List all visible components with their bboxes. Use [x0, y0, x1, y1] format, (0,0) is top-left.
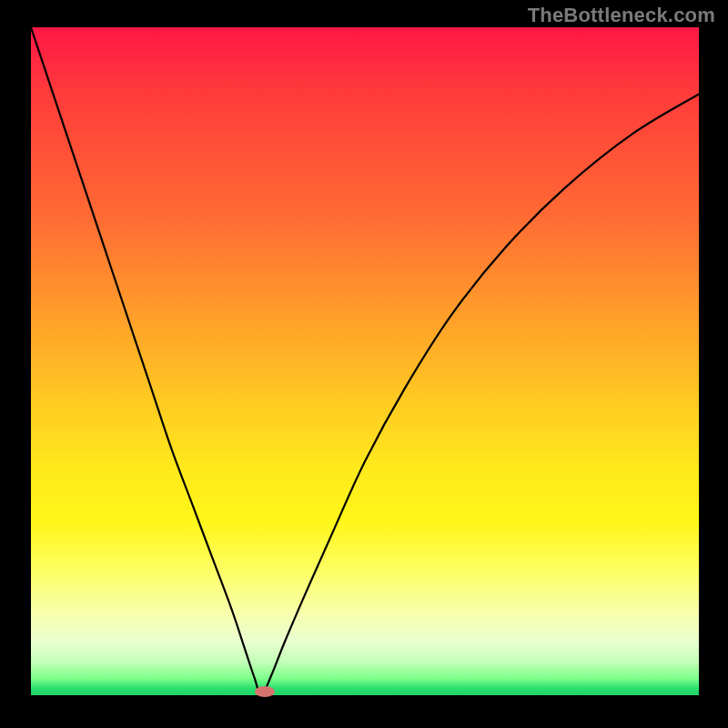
- chart-frame: TheBottleneck.com: [0, 0, 728, 728]
- watermark-text: TheBottleneck.com: [528, 4, 715, 27]
- bottleneck-curve: [31, 27, 699, 695]
- minimum-marker: [255, 686, 275, 697]
